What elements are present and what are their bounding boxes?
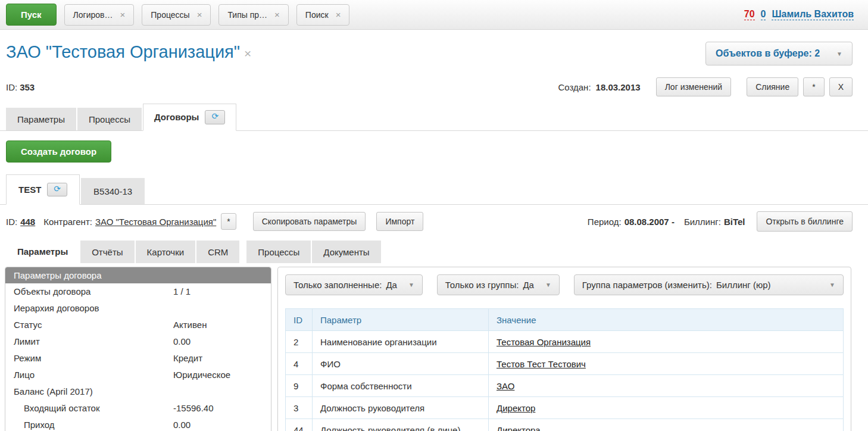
table-row: 3 Должность руководителя Директор [286, 397, 844, 419]
contractor-link[interactable]: ЗАО "Тестовая Организация" [95, 217, 216, 227]
detail-tab-processes[interactable]: Процессы [246, 241, 311, 263]
user-name-link[interactable]: Шамиль Вахитов [772, 9, 854, 20]
buffer-dropdown[interactable]: Объектов в буфере: 2 ▼ [705, 42, 853, 65]
top-tab-processes[interactable]: Процессы × [142, 4, 211, 26]
cell-id: 4 [286, 353, 313, 375]
detail-tab-reports[interactable]: Отчёты [80, 241, 134, 263]
open-in-billing-button[interactable]: Открыть в биллинге [757, 211, 853, 232]
param-row-mode: Режим Кредит [5, 350, 271, 367]
period-value: 08.08.2007 - [625, 217, 675, 227]
param-row-status: Статус Активен [5, 317, 271, 333]
table-row: 9 Форма собственности ЗАО [286, 375, 844, 397]
merge-button[interactable]: Слияние [747, 77, 798, 96]
main-tabbar: Параметры Процессы Договоры ⟳ [0, 104, 868, 131]
refresh-icon: ⟳ [211, 111, 218, 121]
tab-contracts[interactable]: Договоры ⟳ [143, 104, 236, 131]
cell-value-link[interactable]: Директора [497, 425, 541, 431]
column-header-value: Значение [489, 309, 844, 331]
param-value: 0.00 [173, 336, 191, 348]
param-value: -15596.40 [173, 402, 214, 414]
contract-parameters-panel: Параметры договора Объекты договора 1 / … [5, 267, 271, 431]
billing-value: BiTel [724, 217, 745, 227]
created-value: 18.03.2013 [596, 82, 641, 92]
param-label: Режим [14, 352, 173, 364]
detail-tabbar: Параметры Отчёты Карточки CRM Процессы Д… [0, 240, 868, 263]
tab-processes[interactable]: Процессы [77, 108, 142, 130]
cell-value-link[interactable]: ЗАО [497, 381, 514, 391]
close-icon[interactable]: × [274, 10, 280, 19]
object-actions: Создан: 18.03.2013 Лог изменений Слияние… [558, 77, 853, 96]
contract-parameters-header: Параметры договора [5, 267, 271, 283]
filter-only-group-dropdown[interactable]: Только из группы: Да ▼ [437, 274, 560, 295]
param-value: 1 / 1 [173, 286, 191, 298]
star-button[interactable]: * [803, 77, 824, 96]
detail-tab-documents[interactable]: Документы [312, 241, 380, 263]
change-log-button[interactable]: Лог изменений [656, 77, 732, 96]
buffer-dropdown-label: Объектов в буфере: 2 [716, 48, 820, 59]
table-row: 44 Должность руководителя (в лице) Дирек… [286, 419, 844, 431]
param-row-limit: Лимит 0.00 [5, 333, 271, 350]
refresh-button[interactable]: ⟳ [47, 183, 67, 197]
close-icon[interactable]: × [120, 10, 126, 19]
parameters-panel: Только заполненные: Да ▼ Только из групп… [277, 267, 851, 431]
cell-id: 9 [286, 375, 313, 397]
cell-value-link[interactable]: Тестов Тест Тестович [497, 359, 586, 369]
filter-label: Только из группы: [445, 280, 519, 290]
top-tab-types[interactable]: Типы пр… × [218, 4, 288, 26]
filter-parameter-group-dropdown[interactable]: Группа параметров (изменить): Биллинг (ю… [574, 274, 844, 295]
title-row: ЗАО "Тестовая Организация" × Объектов в … [0, 30, 868, 65]
start-button[interactable]: Пуск [6, 4, 57, 26]
param-value: Активен [173, 319, 207, 331]
contract-info-row: ID: 448 Контрагент: ЗАО "Тестовая Органи… [0, 205, 868, 232]
cell-parameter: ФИО [313, 353, 489, 375]
import-button[interactable]: Импорт [376, 212, 423, 231]
detail-tab-crm[interactable]: CRM [196, 241, 239, 263]
parameters-table: ID Параметр Значение 2 Наименование орга… [285, 308, 844, 431]
filter-only-filled-dropdown[interactable]: Только заполненные: Да ▼ [285, 274, 423, 295]
cell-parameter: Форма собственности [313, 375, 489, 397]
chevron-down-icon: ▼ [829, 282, 835, 288]
top-tab-processes-label: Процессы [151, 10, 189, 20]
param-row-incoming-balance: Входящий остаток -15596.40 [5, 400, 271, 417]
cell-value-link[interactable]: Директор [497, 403, 535, 413]
contract-tab-b5340[interactable]: В5340-13 [81, 178, 145, 204]
page: Пуск Логиров… × Процессы × Типы пр… × По… [0, 0, 868, 431]
contractor-star-button[interactable]: * [221, 213, 236, 230]
cell-parameter: Наименование организации [313, 331, 489, 353]
contract-id-link[interactable]: 448 [20, 217, 35, 227]
detail-tab-parameters[interactable]: Параметры [6, 240, 79, 263]
create-contract-button[interactable]: Создать договор [6, 140, 111, 163]
detail-tab-cards[interactable]: Карточки [136, 241, 196, 263]
close-icon[interactable]: × [244, 46, 251, 61]
cell-parameter: Должность руководителя (в лице) [313, 419, 489, 431]
period-label: Период: [588, 217, 622, 227]
close-object-button[interactable]: X [829, 77, 853, 96]
param-label: Иерархия договоров [14, 302, 173, 314]
cell-value-link[interactable]: Тестовая Организация [497, 337, 591, 347]
cell-id: 2 [286, 331, 313, 353]
copy-parameters-button[interactable]: Скопировать параметры [253, 212, 366, 231]
cell-parameter: Должность руководителя [313, 397, 489, 419]
object-id-value: 353 [20, 82, 35, 92]
param-row-income: Приход 0.00 [5, 417, 271, 431]
param-label: Лимит [14, 336, 173, 348]
tab-parameters[interactable]: Параметры [6, 108, 76, 130]
filter-label: Только заполненные: [294, 280, 382, 290]
notification-count-blue[interactable]: 0 [761, 9, 766, 20]
refresh-button[interactable]: ⟳ [205, 110, 225, 124]
close-icon[interactable]: × [336, 10, 341, 19]
table-header-row: ID Параметр Значение [286, 309, 844, 331]
user-area: 70 0 Шамиль Вахитов [744, 9, 854, 20]
top-tab-search[interactable]: Поиск × [296, 4, 350, 26]
contract-tab-test[interactable]: TEST ⟳ [6, 174, 80, 205]
column-header-parameter: Параметр [313, 309, 489, 331]
top-toolbar: Пуск Логиров… × Процессы × Типы пр… × По… [0, 0, 868, 30]
close-icon[interactable]: × [197, 10, 202, 19]
param-value: Кредит [173, 352, 202, 364]
notification-count-red[interactable]: 70 [744, 9, 755, 20]
created-label: Создан: [558, 82, 591, 92]
top-tab-logging[interactable]: Логиров… × [64, 4, 135, 26]
chevron-down-icon: ▼ [836, 51, 842, 57]
contractor-label: Контрагент: [43, 217, 92, 227]
top-tab-logging-label: Логиров… [73, 10, 113, 20]
